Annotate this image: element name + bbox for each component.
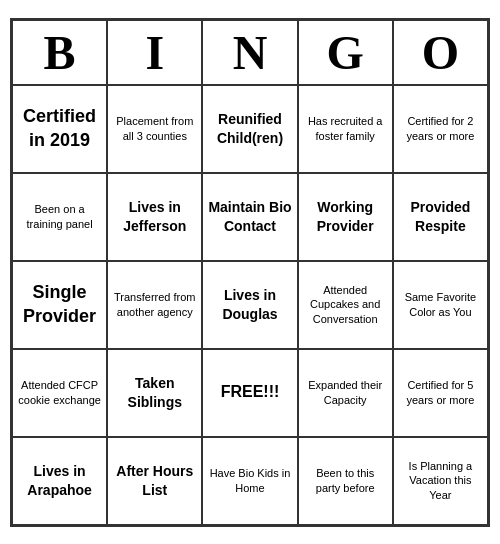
table-row: Lives in Douglas <box>202 261 297 349</box>
table-row: Been on a training panel <box>12 173 107 261</box>
table-row: Have Bio Kids in Home <box>202 437 297 525</box>
table-row: Single Provider <box>12 261 107 349</box>
bingo-grid: Certified in 2019Placement from all 3 co… <box>12 85 488 525</box>
table-row: Attended CFCP cookie exchange <box>12 349 107 437</box>
table-row: FREE!!! <box>202 349 297 437</box>
table-row: Reunified Child(ren) <box>202 85 297 173</box>
table-row: Has recruited a foster family <box>298 85 393 173</box>
table-row: Certified for 2 years or more <box>393 85 488 173</box>
table-row: Taken Siblings <box>107 349 202 437</box>
table-row: Working Provider <box>298 173 393 261</box>
table-row: Been to this party before <box>298 437 393 525</box>
table-row: Lives in Arapahoe <box>12 437 107 525</box>
table-row: Provided Respite <box>393 173 488 261</box>
bingo-card: B I N G O Certified in 2019Placement fro… <box>10 18 490 527</box>
table-row: Expanded their Capacity <box>298 349 393 437</box>
table-row: Certified in 2019 <box>12 85 107 173</box>
table-row: Maintain Bio Contact <box>202 173 297 261</box>
letter-i: I <box>107 20 202 85</box>
letter-o: O <box>393 20 488 85</box>
table-row: Transferred from another agency <box>107 261 202 349</box>
letter-g: G <box>298 20 393 85</box>
table-row: Placement from all 3 counties <box>107 85 202 173</box>
letter-n: N <box>202 20 297 85</box>
table-row: Is Planning a Vacation this Year <box>393 437 488 525</box>
table-row: Certified for 5 years or more <box>393 349 488 437</box>
bingo-header: B I N G O <box>12 20 488 85</box>
table-row: Same Favorite Color as You <box>393 261 488 349</box>
table-row: Lives in Jefferson <box>107 173 202 261</box>
letter-b: B <box>12 20 107 85</box>
table-row: Attended Cupcakes and Conversation <box>298 261 393 349</box>
table-row: After Hours List <box>107 437 202 525</box>
